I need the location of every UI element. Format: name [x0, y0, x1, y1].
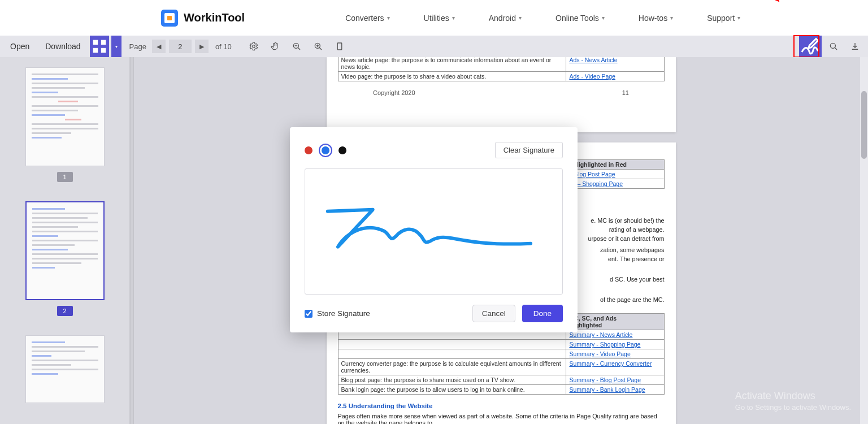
chevron-down-icon: ▾	[737, 15, 740, 21]
table-cell: Blog post page: the purpose is to share …	[341, 377, 515, 383]
signature-color-picker	[305, 146, 346, 154]
panel-splitter[interactable]	[130, 57, 134, 424]
page-label: Page	[129, 42, 146, 51]
signature-tool-button[interactable]	[799, 36, 822, 57]
color-red[interactable]	[305, 146, 313, 154]
signature-stroke-icon	[305, 169, 562, 282]
search-icon[interactable]	[824, 38, 843, 54]
brand-name: WorkinTool	[184, 11, 245, 24]
link-summary[interactable]: Summary - Bank Login Page	[569, 386, 645, 393]
page-next-button[interactable]: ▶	[195, 40, 209, 53]
thumbnail-page-1[interactable]	[25, 67, 105, 166]
thumbnail-panel: 1 2	[0, 57, 130, 424]
store-signature-input[interactable]	[305, 310, 313, 318]
page-prev-button[interactable]: ◀	[152, 40, 166, 53]
site-header: WorkinTool Converters▾ Utilities▾ Androi…	[0, 0, 868, 36]
table-cell: Currency converter page: the purpose is …	[341, 360, 561, 374]
thumbnail-page-2[interactable]	[25, 201, 105, 300]
document-page-prev: News article page: the purpose is to com…	[327, 57, 676, 132]
signature-modal: Clear Signature Store Signature Cancel D…	[290, 127, 578, 332]
download-button[interactable]: Download	[38, 38, 87, 54]
brand-logo-icon	[161, 10, 178, 27]
clear-signature-button[interactable]: Clear Signature	[495, 142, 563, 158]
thumbnail-page-3[interactable]	[25, 335, 105, 403]
store-signature-label: Store Signature	[317, 309, 370, 318]
color-blue-selected[interactable]	[322, 146, 329, 154]
link-ads-video[interactable]: Ads - Video Page	[569, 73, 615, 80]
chevron-down-icon: ▾	[602, 15, 605, 21]
svg-rect-13	[337, 43, 342, 50]
svg-rect-3	[93, 48, 98, 53]
cancel-button[interactable]: Cancel	[472, 305, 515, 322]
settings-gear-icon[interactable]	[244, 38, 263, 54]
nav-utilities[interactable]: Utilities▾	[424, 14, 455, 23]
nav-how-tos[interactable]: How-tos▾	[639, 14, 673, 23]
zoom-in-icon[interactable]	[309, 38, 328, 54]
svg-line-15	[835, 47, 837, 50]
link-summary[interactable]: Summary - News Article	[569, 331, 632, 338]
nav-converters[interactable]: Converters▾	[345, 14, 389, 23]
chevron-down-icon: ▾	[519, 15, 522, 21]
site-nav: Converters▾ Utilities▾ Android▾ Online T…	[345, 14, 740, 23]
store-signature-checkbox[interactable]: Store Signature	[305, 309, 370, 318]
svg-rect-2	[101, 40, 106, 45]
thumbnail-badge-1: 1	[57, 172, 73, 182]
vertical-scrollbar[interactable]	[860, 57, 868, 424]
svg-point-14	[830, 43, 835, 48]
table-cell: News article page: the purpose is to com…	[341, 57, 552, 70]
svg-line-10	[319, 47, 322, 50]
annotation-arrow-icon	[744, 0, 789, 12]
brand[interactable]: WorkinTool	[161, 10, 245, 27]
thumbnails-toggle-button[interactable]	[90, 36, 109, 57]
svg-line-7	[298, 47, 300, 50]
viewer-toolbar: Open Download ▾ Page ◀ 2 ▶ of 10	[0, 36, 868, 57]
page-current[interactable]: 2	[169, 40, 192, 53]
nav-support[interactable]: Support▾	[707, 14, 740, 23]
chevron-down-icon: ▾	[452, 15, 455, 21]
open-button[interactable]: Open	[3, 38, 36, 54]
doc-paragraph: Pages often make more sense when viewed …	[338, 413, 665, 424]
single-page-icon[interactable]	[330, 38, 349, 54]
link-ads-news[interactable]: Ads - News Article	[569, 57, 617, 63]
link-summary[interactable]: Summary - Blog Post Page	[569, 377, 641, 383]
link-summary[interactable]: Summary - Currency Converter	[569, 360, 652, 367]
chevron-down-icon: ▾	[670, 15, 673, 21]
svg-rect-4	[101, 48, 106, 53]
table-cell: Video page: the purpose is to share a vi…	[341, 73, 487, 80]
nav-android[interactable]: Android▾	[489, 14, 522, 23]
table-cell: Bank login page: the purpose is to allow…	[341, 386, 525, 393]
link-summary[interactable]: Summary - Shopping Page	[569, 341, 640, 348]
download-icon[interactable]	[845, 38, 865, 54]
svg-point-5	[253, 45, 255, 48]
page-footer: Copyright 2020 11	[338, 89, 665, 96]
thumbnails-dropdown[interactable]: ▾	[111, 36, 121, 57]
section-heading: 2.5 Understanding the Website	[338, 403, 665, 409]
pan-hand-icon[interactable]	[266, 38, 285, 54]
link-summary[interactable]: Summary - Video Page	[569, 351, 630, 357]
signature-canvas[interactable]	[305, 168, 563, 295]
table-header: s Highlighted in Red	[569, 161, 627, 168]
scrollbar-thumb[interactable]	[861, 91, 867, 159]
thumbnail-badge-2: 2	[57, 306, 73, 316]
svg-rect-1	[93, 40, 98, 45]
page-total: of 10	[215, 42, 232, 51]
nav-online-tools[interactable]: Online Tools▾	[555, 14, 605, 23]
color-black[interactable]	[338, 146, 346, 154]
chevron-down-icon: ▾	[387, 15, 390, 21]
done-button[interactable]: Done	[522, 305, 563, 322]
svg-line-0	[748, 0, 779, 1]
zoom-out-icon[interactable]	[287, 38, 306, 54]
